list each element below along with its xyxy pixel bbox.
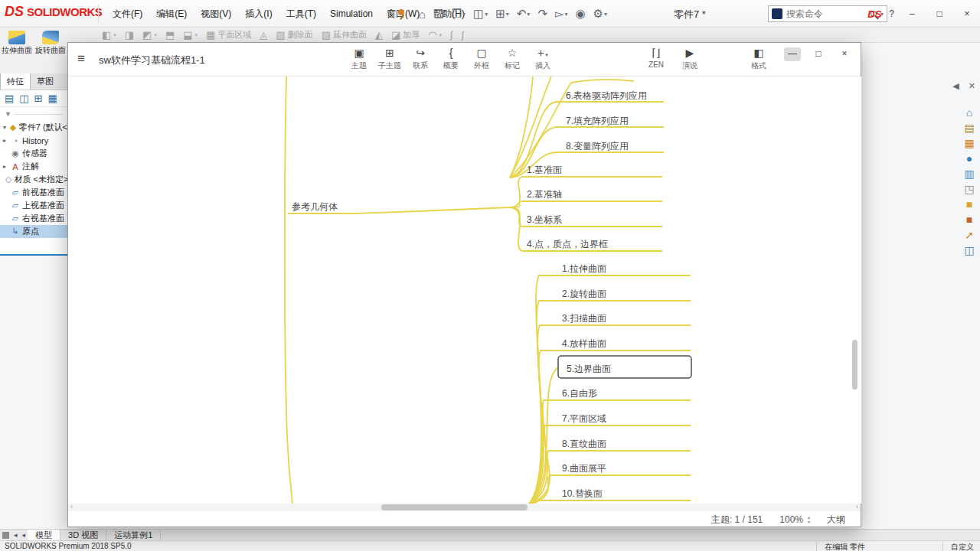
scenes-icon[interactable]: ■ bbox=[966, 214, 972, 226]
mindmap-topic[interactable]: 3.扫描曲面 bbox=[562, 313, 606, 324]
print-icon[interactable]: ⊞▾ bbox=[494, 5, 511, 22]
present-button[interactable]: ▶演说 bbox=[675, 47, 705, 71]
tree-root[interactable]: ▾◆零件7 (默认< bbox=[0, 121, 67, 134]
scroll-right-icon[interactable]: › bbox=[856, 503, 858, 510]
zoom-stepper[interactable]: ▴▾ bbox=[808, 515, 810, 524]
boundary-button[interactable]: ▢外框 bbox=[466, 47, 497, 71]
vertical-scrollbar-thumb[interactable] bbox=[852, 340, 858, 390]
outline-button[interactable]: 大纲 bbox=[827, 514, 845, 527]
tree-item-origin[interactable]: ↳原点 bbox=[0, 225, 67, 238]
mindmap-topic[interactable]: 6.表格驱动阵列应用 bbox=[566, 90, 647, 101]
view-tab-3D 视图[interactable]: 3D 视图 bbox=[60, 530, 106, 541]
redo-icon[interactable]: ↷ bbox=[536, 5, 549, 22]
mindmap-topic[interactable]: 5.边界曲面 bbox=[567, 364, 611, 374]
undo-icon[interactable]: ↶▾ bbox=[515, 5, 532, 22]
menu-item-5[interactable]: Simulation bbox=[323, 5, 380, 23]
menu-item-1[interactable]: 编辑(E) bbox=[149, 5, 194, 23]
task-pane-collapse-icon[interactable]: ◀ bbox=[952, 81, 959, 91]
display-manager-icon[interactable]: ◫ bbox=[964, 245, 974, 256]
hamburger-menu-icon[interactable]: ≡ bbox=[77, 51, 85, 67]
view-tab-模型[interactable]: 模型 bbox=[28, 530, 60, 541]
task-home-icon[interactable]: ⌂ bbox=[966, 107, 972, 119]
maximize-button[interactable]: □ bbox=[929, 5, 949, 22]
mindmap-topic[interactable]: 7.平面区域 bbox=[562, 413, 606, 424]
expand-icon[interactable]: ▸ bbox=[3, 163, 8, 170]
design-library-icon[interactable]: ▤ bbox=[964, 122, 974, 134]
mindmap-topic[interactable]: 参考几何体 bbox=[292, 201, 338, 212]
menu-item-4[interactable]: 工具(T) bbox=[279, 5, 323, 23]
save-icon[interactable]: ◫▾ bbox=[472, 5, 489, 22]
dropdown-caret-icon[interactable]: ▾ bbox=[506, 11, 509, 18]
tab-scroll-left-icon[interactable]: ◂ bbox=[11, 531, 20, 539]
revolved-surface-button[interactable]: 旋转曲面 bbox=[34, 28, 67, 73]
menu-item-3[interactable]: 插入(I) bbox=[238, 5, 279, 23]
tab-scroll-box-icon[interactable] bbox=[2, 532, 9, 539]
feature-tree-icon[interactable]: ▤ bbox=[5, 93, 14, 104]
format-button[interactable]: ◧格式 bbox=[743, 47, 774, 71]
expand-icon[interactable]: ▾ bbox=[3, 124, 7, 131]
menu-item-0[interactable]: 文件(F) bbox=[106, 5, 149, 23]
mindmap-topic[interactable]: 8.直纹曲面 bbox=[562, 439, 606, 449]
topic-button[interactable]: ▣主题 bbox=[344, 47, 374, 71]
appearances-icon[interactable]: ● bbox=[966, 153, 972, 165]
tab-scroll-left2-icon[interactable]: ◂ bbox=[20, 531, 28, 539]
filter-funnel-icon[interactable]: ▼ bbox=[5, 110, 11, 118]
search-input[interactable] bbox=[786, 8, 867, 19]
expand-icon[interactable]: ▸ bbox=[3, 137, 8, 144]
mindmap-topic[interactable]: 1.基准面 bbox=[527, 165, 562, 175]
mindmap-topic[interactable]: 3.坐标系 bbox=[527, 214, 562, 225]
tree-item-material[interactable]: ◇材质 <未指定> bbox=[0, 173, 67, 186]
minimize-button[interactable]: – bbox=[902, 5, 922, 22]
pin-icon[interactable] bbox=[398, 9, 404, 15]
marker-button[interactable]: ☆标记 bbox=[497, 47, 528, 71]
mindmap-topic[interactable]: 10.替换面 bbox=[562, 488, 603, 499]
tree-item-sensors[interactable]: ◉传感器 bbox=[0, 147, 67, 160]
mindmap-topic[interactable]: 2.基准轴 bbox=[527, 189, 562, 200]
mindmap-topic[interactable]: 8.变量阵列应用 bbox=[566, 141, 629, 152]
open-icon[interactable]: ❐▾ bbox=[450, 5, 467, 22]
close-button[interactable]: × bbox=[957, 5, 977, 22]
subtopic-button[interactable]: ⊞子主题 bbox=[374, 47, 405, 71]
dimxpert-icon[interactable]: ▦ bbox=[48, 93, 57, 104]
horizontal-scrollbar[interactable]: ‹ › bbox=[68, 504, 861, 511]
feature-tree-filter[interactable]: ▼ bbox=[0, 107, 67, 121]
mindmap-topic[interactable]: 2.旋转曲面 bbox=[562, 289, 606, 299]
mindmap-topic[interactable]: 4.点，质点，边界框 bbox=[527, 239, 608, 249]
tree-item-top-plane[interactable]: ▱上视基准面 bbox=[0, 199, 67, 212]
summary-button[interactable]: {概要 bbox=[436, 47, 466, 71]
zen-button[interactable]: ⌈⌋ZEN bbox=[641, 47, 671, 71]
menu-item-2[interactable]: 视图(V) bbox=[194, 5, 238, 23]
tab-草图[interactable]: 草图 bbox=[31, 73, 60, 90]
scroll-left-icon[interactable]: ‹ bbox=[70, 503, 73, 510]
mindmap-topic[interactable]: 4.放样曲面 bbox=[562, 338, 606, 349]
extruded-surface-button[interactable]: 拉伸曲面 bbox=[0, 28, 34, 73]
horizontal-scrollbar-thumb[interactable] bbox=[381, 504, 528, 510]
mindmap-topic[interactable]: 1.拉伸曲面 bbox=[562, 263, 606, 274]
tree-item-annotations[interactable]: ▸A注解 bbox=[0, 160, 67, 173]
forum-icon[interactable]: ➚ bbox=[965, 230, 974, 241]
zoom-out-icon[interactable]: ▾ bbox=[808, 520, 810, 524]
status-customize[interactable]: 自定义 bbox=[942, 542, 974, 551]
xmind-close-button[interactable]: × bbox=[836, 47, 853, 61]
custom-properties-icon[interactable]: ▥ bbox=[964, 168, 974, 180]
options-icon[interactable]: ⚙▾ bbox=[592, 5, 609, 22]
dropdown-caret-icon[interactable]: ▾ bbox=[485, 11, 488, 18]
tree-item-history[interactable]: ▸◔History bbox=[0, 134, 67, 147]
rebuild-icon[interactable]: ◉ bbox=[574, 5, 587, 22]
file-explorer-icon[interactable]: ▦ bbox=[964, 138, 974, 149]
tab-特征[interactable]: 特征 bbox=[0, 73, 31, 90]
home-icon[interactable]: ⌂ bbox=[417, 6, 427, 22]
tree-item-front-plane[interactable]: ▱前视基准面 bbox=[0, 186, 67, 199]
view-tab-运动算例1[interactable]: 运动算例1 bbox=[106, 530, 161, 541]
xmind-maximize-button[interactable]: □ bbox=[810, 47, 827, 61]
insert-button[interactable]: +▾插入 bbox=[528, 47, 558, 71]
relationship-button[interactable]: ↪联系 bbox=[405, 47, 436, 71]
property-manager-icon[interactable]: ◫ bbox=[19, 93, 28, 104]
mindmap-canvas[interactable]: 6.表格驱动阵列应用7.填充阵列应用8.变量阵列应用参考几何体1.基准面2.基准… bbox=[69, 77, 861, 504]
tree-item-right-plane[interactable]: ▱右视基准面 bbox=[0, 212, 67, 225]
new-document-icon[interactable]: ❏ bbox=[432, 5, 445, 22]
mindmap-topic[interactable]: 6.自由形 bbox=[562, 388, 597, 399]
dropdown-caret-icon[interactable]: ▾ bbox=[462, 11, 466, 18]
dropdown-caret-icon[interactable]: ▾ bbox=[604, 11, 607, 18]
mindmap-topic[interactable]: 9.曲面展平 bbox=[562, 463, 606, 474]
